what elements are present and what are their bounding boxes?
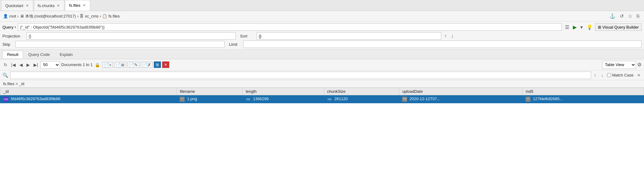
search-bar-left: 🔍 (2, 72, 591, 79)
result-path: fs.files > _id (0, 80, 644, 88)
col-header-chunkSize[interactable]: chunkSize (324, 88, 399, 95)
cell-id: OId 5fd46f5c3629763ad83f9b86 (0, 95, 177, 103)
coll-icon: 🗄 (80, 14, 84, 18)
query-filter-icon[interactable]: ☰ (564, 24, 570, 31)
search-icon: 🔍 (2, 73, 8, 78)
limit-input[interactable] (243, 41, 642, 48)
id-value: 5fd46f5c3629763ad83f9b86 (11, 96, 61, 101)
query-bulb-icon[interactable]: 💡 (585, 24, 594, 31)
vqb-icon: ⊞ (598, 25, 601, 29)
filename-value: 1.png (187, 96, 197, 101)
query-label: Query (2, 25, 13, 29)
expand-icon[interactable]: ⊞ (154, 61, 161, 68)
user-icon: 👤 (3, 14, 8, 18)
breadcrumb-local: 本地 (root@localhost:27017) (25, 14, 76, 19)
last-page-btn[interactable]: ▶| (32, 62, 39, 68)
breadcrumb-sep2: › (77, 14, 78, 18)
search-up-btn[interactable]: ↑ (593, 72, 598, 78)
skip-limit-row: Skip Limit (2, 40, 642, 48)
match-case-label: Match Case (612, 73, 634, 77)
query-dropdown[interactable]: Query ▾ (2, 25, 16, 29)
lock-icon[interactable]: 🔒 (94, 62, 101, 68)
page-size-select[interactable]: 25 50 100 200 (40, 61, 60, 69)
view-select-wrapper: Table View Tree View JSON View ⚙ (602, 61, 642, 69)
breadcrumb-link-icon[interactable]: ⚓ (608, 13, 617, 20)
match-case-checkbox[interactable] (607, 73, 611, 77)
sort-down-icon[interactable]: ↓ (450, 33, 455, 39)
tab-quickstart-close[interactable]: ✕ (25, 4, 29, 8)
sort-row: Projection Sort ↑ ↓ (2, 32, 642, 40)
breadcrumb-toolbar: ⚓ ↺ ☆ ⎘ (608, 13, 641, 20)
tab-explain[interactable]: Explain (55, 51, 78, 58)
str-icon-filename: "" (180, 97, 185, 102)
breadcrumb-star-icon[interactable]: ☆ (627, 13, 634, 20)
add-doc-icon[interactable]: 📄+ (102, 62, 113, 68)
db-icon: 🖥 (20, 14, 24, 18)
tab-fschunks-close[interactable]: ✕ (56, 4, 60, 8)
edit-doc-icon[interactable]: 📄✎ (127, 62, 139, 68)
num-icon-length: I32 (246, 97, 251, 102)
refresh-btn[interactable]: ↻ (2, 62, 9, 68)
vqb-button[interactable]: ⊞ Visual Query Builder (595, 23, 642, 31)
table-row[interactable]: OId 5fd46f5c3629763ad83f9b86 "" 1.png I3… (0, 95, 644, 103)
length-value: 1366299 (253, 96, 269, 101)
col-header-filename[interactable]: filename (177, 88, 242, 95)
match-case-wrapper: Match Case (607, 73, 634, 77)
breadcrumb-db: xc_cms (85, 14, 98, 18)
breadcrumb-copy-icon[interactable]: ⎘ (635, 13, 641, 20)
query-input[interactable] (18, 23, 562, 31)
tab-query-code[interactable]: Query Code (24, 51, 54, 58)
result-tabs: Result Query Code Explain (0, 49, 644, 59)
query-dropdown-arrow: ▾ (14, 26, 16, 29)
tab-quickstart[interactable]: Quickstart ✕ (1, 0, 33, 11)
search-bar: 🔍 ↑ ↓ Match Case ✕ (0, 70, 644, 80)
query-area: Query ▾ ☰ ▶ ▾ 💡 ⊞ Visual Query Builder P… (0, 22, 644, 49)
view-select[interactable]: Table View Tree View JSON View (602, 61, 636, 69)
breadcrumb-collection: fs.files (108, 14, 120, 18)
col-header-id[interactable]: _id (0, 88, 177, 95)
search-down-btn[interactable]: ↓ (600, 72, 605, 78)
query-run-icon[interactable]: ▶ (572, 24, 578, 31)
settings-gear-icon[interactable]: ⚙ (637, 62, 642, 68)
prev-page-btn[interactable]: ◀ (18, 62, 24, 68)
md5-value: 127fdefb92685... (533, 96, 563, 101)
breadcrumb: 👤 root › 🖥 本地 (root@localhost:27017) › 🗄… (3, 14, 120, 19)
sort-up-icon[interactable]: ↑ (443, 33, 448, 39)
search-close-btn[interactable]: ✕ (636, 73, 642, 78)
tab-fschunks[interactable]: fs.chunks ✕ (34, 0, 65, 11)
clone-doc-icon[interactable]: 📄⊕ (114, 62, 126, 68)
col-header-length[interactable]: length (242, 88, 324, 95)
vqb-label: Visual Query Builder (602, 25, 639, 29)
search-input[interactable] (10, 72, 591, 79)
table-container[interactable]: _id filename length chunkSize uploadDate… (0, 88, 644, 169)
tab-result[interactable]: Result (2, 51, 23, 58)
tab-fsfiles[interactable]: fs.files ✕ (65, 0, 90, 11)
num-icon-chunksize: I32 (327, 97, 332, 102)
first-page-btn[interactable]: |◀ (10, 62, 17, 68)
tab-fsfiles-close[interactable]: ✕ (82, 3, 86, 7)
tab-fsfiles-label: fs.files (69, 3, 80, 8)
sort-input[interactable] (257, 32, 441, 40)
results-toolbar-left: ↻ |◀ ◀ ▶ ▶| 25 50 100 200 Documents 1 to… (2, 61, 169, 69)
next-page-btn[interactable]: ▶ (25, 62, 31, 68)
query-dropdown-btn[interactable]: ▾ (579, 24, 584, 31)
search-bar-right: ↑ ↓ Match Case ✕ (593, 72, 642, 78)
result-path-text: fs.files > _id (3, 81, 24, 86)
str-icon-md5: "" (526, 97, 530, 102)
breadcrumb-bar: 👤 root › 🖥 本地 (root@localhost:27017) › 🗄… (0, 11, 644, 22)
cell-filename: "" 1.png (177, 95, 242, 103)
col-header-uploadDate[interactable]: uploadDate (399, 88, 522, 95)
projection-input[interactable] (26, 32, 236, 40)
col-header-md5[interactable]: md5 (522, 88, 644, 95)
close-result-icon[interactable]: ✕ (162, 61, 169, 68)
breadcrumb-sep3: › (100, 14, 101, 18)
delete-doc-icon[interactable]: 📄✗ (141, 62, 153, 68)
skip-input[interactable] (15, 41, 225, 48)
chunksize-value: 261120 (334, 96, 348, 101)
breadcrumb-refresh-icon[interactable]: ↺ (618, 13, 625, 20)
cell-md5: "" 127fdefb92685... (522, 95, 644, 103)
cell-chunkSize: I32 261120 (324, 95, 399, 103)
sort-label: Sort (240, 34, 255, 38)
tab-bar: Quickstart ✕ fs.chunks ✕ fs.files ✕ (0, 0, 644, 11)
cell-length: I32 1366299 (242, 95, 324, 103)
